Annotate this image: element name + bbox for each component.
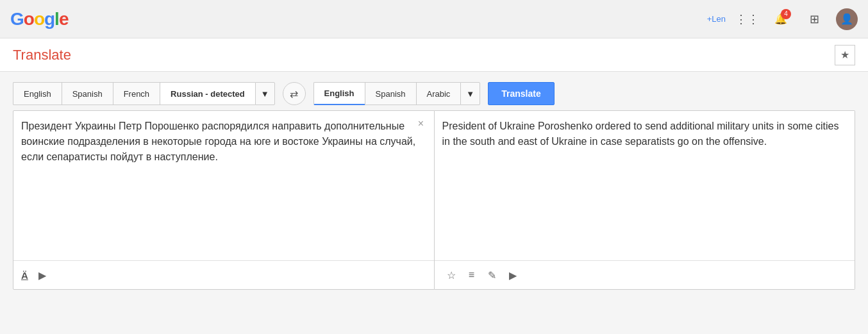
bookmark-button[interactable]: ★ bbox=[835, 45, 855, 65]
swap-icon: ⇄ bbox=[290, 88, 298, 100]
avatar[interactable]: 👤 bbox=[836, 8, 858, 30]
source-audio-button[interactable]: ▶ bbox=[33, 266, 51, 284]
logo-g2: g bbox=[44, 9, 54, 29]
source-sound-icon: ▶ bbox=[38, 269, 46, 281]
notifications-button[interactable]: 🔔 4 bbox=[769, 8, 792, 31]
phrasebook-button[interactable]: ≡ bbox=[463, 266, 481, 284]
header-actions: +Len ⋮⋮ 🔔 4 ⊞ 👤 bbox=[707, 8, 858, 31]
list-icon: ≡ bbox=[469, 269, 474, 281]
edit-translation-button[interactable]: ✎ bbox=[483, 266, 501, 284]
notification-count: 4 bbox=[781, 9, 791, 19]
apps-grid-icon: ⋮⋮ bbox=[735, 12, 760, 26]
logo-g: G bbox=[10, 9, 24, 29]
dropdown-arrow-icon: ▼ bbox=[261, 89, 269, 99]
logo-o2: o bbox=[34, 9, 44, 29]
add-content-button[interactable]: ⊞ bbox=[803, 8, 826, 31]
source-textarea[interactable] bbox=[13, 111, 434, 260]
avatar-image: 👤 bbox=[840, 13, 853, 25]
source-lang-french[interactable]: French bbox=[113, 82, 160, 105]
target-lang-english[interactable]: English bbox=[313, 82, 365, 105]
language-bar: English Spanish French Russian - detecte… bbox=[13, 82, 855, 105]
plus-square-icon: ⊞ bbox=[810, 12, 819, 26]
user-name: +Len bbox=[707, 14, 726, 24]
source-text-panel: × Ä ▶ bbox=[13, 110, 435, 290]
target-dropdown-arrow-icon: ▼ bbox=[466, 89, 474, 99]
source-lang-english[interactable]: English bbox=[13, 82, 62, 105]
source-panel-footer: Ä ▶ bbox=[13, 260, 434, 289]
page-title: Translate bbox=[13, 47, 71, 63]
font-size-label: Ä bbox=[21, 270, 28, 281]
target-panel-footer: ☆ ≡ ✎ ▶ bbox=[435, 260, 855, 289]
google-logo: Google bbox=[10, 9, 68, 29]
source-lang-russian[interactable]: Russian - detected bbox=[160, 82, 255, 105]
target-lang-arabic[interactable]: Arabic bbox=[416, 82, 461, 105]
translate-area: × Ä ▶ President of Ukraine Poroshenko or… bbox=[13, 110, 855, 290]
target-lang-spanish[interactable]: Spanish bbox=[365, 82, 416, 105]
source-lang-spanish[interactable]: Spanish bbox=[62, 82, 113, 105]
clear-icon: × bbox=[418, 118, 424, 129]
logo-o1: o bbox=[24, 9, 34, 29]
pencil-icon: ✎ bbox=[488, 269, 496, 281]
star-outline-icon: ☆ bbox=[447, 269, 456, 281]
subheader: Translate ★ bbox=[0, 38, 868, 72]
source-lang-dropdown[interactable]: ▼ bbox=[255, 82, 275, 105]
star-icon: ★ bbox=[840, 49, 849, 61]
main-content: English Spanish French Russian - detecte… bbox=[0, 72, 868, 300]
target-language-panel: English Spanish Arabic ▼ bbox=[313, 82, 481, 105]
target-audio-button[interactable]: ▶ bbox=[504, 266, 522, 284]
header: Google +Len ⋮⋮ 🔔 4 ⊞ 👤 bbox=[0, 0, 868, 38]
translated-text: President of Ukraine Poroshenko ordered … bbox=[435, 111, 855, 260]
source-language-panel: English Spanish French Russian - detecte… bbox=[13, 82, 275, 105]
clear-source-button[interactable]: × bbox=[413, 116, 429, 131]
save-translation-button[interactable]: ☆ bbox=[442, 266, 460, 284]
logo-e: e bbox=[59, 9, 69, 29]
translate-button[interactable]: Translate bbox=[488, 82, 554, 105]
target-text-panel: President of Ukraine Poroshenko ordered … bbox=[435, 110, 856, 290]
swap-languages-button[interactable]: ⇄ bbox=[283, 82, 306, 105]
target-sound-icon: ▶ bbox=[509, 269, 517, 281]
apps-grid-button[interactable]: ⋮⋮ bbox=[736, 8, 759, 31]
target-lang-dropdown[interactable]: ▼ bbox=[460, 82, 480, 105]
logo-l: l bbox=[54, 9, 59, 29]
